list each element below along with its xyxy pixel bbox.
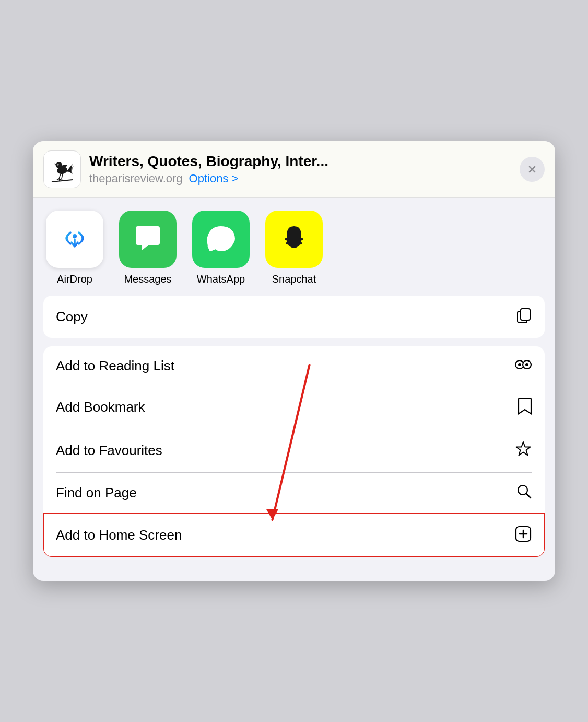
svg-point-10 [57,164,58,165]
messages-icon [119,211,177,268]
site-favicon [43,150,81,188]
copy-section: Copy [43,296,545,338]
share-row: AirDrop Messages WhatsApp [33,198,555,296]
add-favourites-item[interactable]: Add to Favourites [43,429,545,472]
svg-line-6 [59,179,60,181]
actions-container: Add to Reading List Add Bookmark [33,346,555,557]
messages-label: Messages [124,273,171,285]
whatsapp-label: WhatsApp [197,273,245,285]
share-messages[interactable]: Messages [116,211,179,285]
add-home-screen-label: Add to Home Screen [56,527,182,543]
site-url: theparisreview.org [89,172,183,185]
share-whatsapp[interactable]: WhatsApp [190,211,252,285]
svg-point-16 [518,363,521,366]
copy-label: Copy [56,309,88,325]
airdrop-label: AirDrop [57,273,92,285]
page-title: Writers, Quotes, Biography, Inter... [89,153,511,170]
add-favourites-label: Add to Favourites [56,442,162,459]
add-bookmark-label: Add Bookmark [56,399,145,415]
search-icon [516,484,532,502]
star-icon [514,440,532,461]
copy-item[interactable]: Copy [43,296,545,338]
svg-line-3 [59,174,61,179]
copy-icon [515,307,532,327]
action-list: Add to Reading List Add Bookmark [43,346,545,557]
copy-list: Copy [43,296,545,338]
add-reading-list-label: Add to Reading List [56,358,174,374]
share-airdrop[interactable]: AirDrop [43,211,106,285]
options-link[interactable]: Options > [189,172,239,185]
share-sheet-header: Writers, Quotes, Biography, Inter... the… [33,141,555,198]
airdrop-icon [46,211,103,268]
bottom-spacer [33,565,555,581]
add-reading-list-item[interactable]: Add to Reading List [43,346,545,386]
svg-line-20 [526,494,531,498]
add-home-screen-icon [514,525,532,545]
snapchat-label: Snapchat [272,273,316,285]
find-on-page-item[interactable]: Find on Page [43,472,545,514]
svg-line-4 [62,174,63,179]
add-bookmark-item[interactable]: Add Bookmark [43,386,545,429]
share-sheet: Writers, Quotes, Biography, Inter... the… [33,141,555,581]
reading-list-icon [514,358,532,374]
whatsapp-icon [192,211,250,268]
find-on-page-label: Find on Page [56,485,137,501]
add-home-screen-item[interactable]: Add to Home Screen [43,514,545,557]
close-button[interactable] [520,157,545,182]
header-info: Writers, Quotes, Biography, Inter... the… [89,153,511,185]
bookmark-icon [518,397,532,417]
svg-rect-14 [521,309,530,320]
snapchat-icon [265,211,323,268]
svg-point-18 [525,363,528,366]
share-snapchat[interactable]: Snapchat [263,211,325,285]
svg-point-12 [73,234,77,238]
